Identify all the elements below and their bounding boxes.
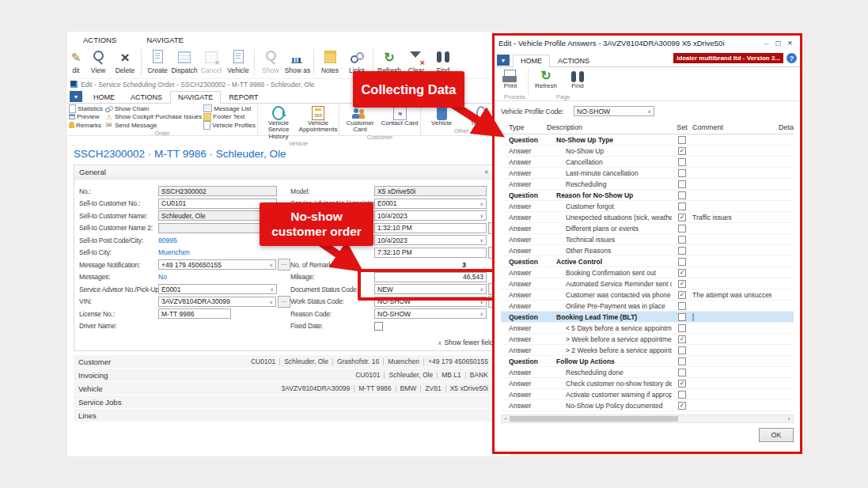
field-input[interactable]: M-TT 9986 xyxy=(158,308,231,319)
overlay-tab-actions[interactable]: ACTIONS xyxy=(550,55,597,66)
scroll-right-icon[interactable]: › xyxy=(785,416,793,422)
toolbar-create[interactable]: Create xyxy=(144,48,171,74)
ribbon-item-message-list[interactable]: Message List xyxy=(203,104,256,113)
set-checkbox[interactable] xyxy=(678,236,686,244)
set-checkbox[interactable] xyxy=(678,169,686,177)
ok-button[interactable]: OK xyxy=(759,428,794,442)
scroll-left-icon[interactable]: ‹ xyxy=(502,416,510,422)
general-header[interactable]: General ∗∧ xyxy=(74,165,503,180)
set-checkbox[interactable] xyxy=(678,335,686,343)
table-row[interactable]: AnswerCustomer forgot xyxy=(501,201,794,212)
set-checkbox[interactable] xyxy=(678,202,686,210)
gear-icon[interactable]: ∗ xyxy=(483,168,489,176)
set-checkbox[interactable] xyxy=(678,402,686,410)
table-row[interactable]: AnswerLast-minute cancellation xyxy=(501,168,794,179)
ribbon-item-contact-card[interactable]: Contact Card xyxy=(381,104,419,134)
help-icon[interactable]: ? xyxy=(787,53,797,63)
ellipsis-button[interactable]: … xyxy=(278,259,290,270)
ribbon-item-vehicle-profiles[interactable]: Vehicle Profiles xyxy=(203,121,256,130)
set-checkbox[interactable] xyxy=(678,147,686,155)
toolbar-dit[interactable]: dit xyxy=(67,48,85,74)
toolbar-show-as[interactable]: Show as xyxy=(284,48,311,74)
fasttab-service-jobs[interactable]: Service Jobs∨ xyxy=(74,395,504,408)
table-row[interactable]: Answer> Week before a service appointmen… xyxy=(501,334,794,345)
field-link[interactable]: Muenchen xyxy=(158,248,190,256)
table-row[interactable]: AnswerBooking Confirmation sent out xyxy=(501,267,794,278)
tab-actions[interactable]: ACTIONS xyxy=(123,91,170,103)
tab-home[interactable]: HOME xyxy=(85,91,123,103)
comment-input[interactable] xyxy=(692,313,694,321)
field-select[interactable]: E0001∨ xyxy=(374,199,487,209)
field-select[interactable]: 10/4/2023∨ xyxy=(374,210,487,221)
set-checkbox[interactable] xyxy=(678,214,686,221)
minimize-button[interactable]: – xyxy=(760,39,772,47)
set-checkbox[interactable] xyxy=(678,313,686,321)
field-link[interactable]: No xyxy=(158,273,167,281)
ribbon-item-send-message[interactable]: Send Message xyxy=(104,121,202,130)
toolbar-notes[interactable]: Notes xyxy=(316,48,343,74)
toolbar-vehicle[interactable]: Vehicle xyxy=(225,48,252,74)
toolbar-dispatch[interactable]: Dispatch xyxy=(171,48,198,74)
table-row[interactable]: AnswerOther Reasons xyxy=(501,245,794,256)
ribbon-item-statistics[interactable]: Statistics xyxy=(69,104,103,113)
set-checkbox[interactable] xyxy=(678,291,686,299)
ribbon-item-footer-text[interactable]: Footer Text xyxy=(203,113,256,122)
ellipsis-button[interactable]: … xyxy=(278,296,290,308)
ribbon-item-customer-card[interactable]: Customer Card xyxy=(341,104,379,134)
ribbon-item-preview[interactable]: Preview xyxy=(69,113,103,122)
show-fewer-fields-link[interactable]: ∧Show fewer fields xyxy=(74,339,497,346)
tab-navigate[interactable]: NAVIGATE xyxy=(170,91,221,104)
set-checkbox[interactable] xyxy=(678,136,686,144)
fasttab-lines[interactable]: Lines∨ xyxy=(74,409,504,422)
overlay-ribbon-menu-button[interactable]: ▼ xyxy=(497,55,510,66)
fasttab-customer[interactable]: CustomerCU0101Schleuder, OleGrashofstr. … xyxy=(74,355,504,368)
table-row[interactable]: QuestionBooking Lead Time (BLT) xyxy=(501,312,794,323)
set-checkbox[interactable] xyxy=(678,391,686,399)
table-row[interactable]: AnswerNo-Show Up Policy documented xyxy=(501,400,794,411)
set-checkbox[interactable] xyxy=(678,191,686,199)
table-row[interactable]: AnswerAutomated Service Reminder sent ou… xyxy=(501,278,794,289)
menu-tab-actions[interactable]: ACTIONS xyxy=(83,36,116,44)
field-select[interactable]: +49 179 450650155∨ xyxy=(158,259,276,270)
set-checkbox[interactable] xyxy=(678,258,686,266)
table-row[interactable]: AnswerRescheduling done xyxy=(501,367,794,378)
ribbon-item-show-chain[interactable]: Show Chain xyxy=(104,104,202,113)
table-row[interactable]: AnswerCheck customer no-show history det… xyxy=(501,378,794,389)
set-checkbox[interactable] xyxy=(678,324,686,332)
set-checkbox[interactable] xyxy=(678,158,686,166)
maximize-button[interactable]: □ xyxy=(772,39,784,47)
set-checkbox[interactable] xyxy=(678,380,686,388)
table-row[interactable]: AnswerRescheduling xyxy=(501,179,794,190)
table-row[interactable]: AnswerOnline Pre-Payment was in place xyxy=(501,301,794,312)
table-row[interactable]: Answer> 2 Weeks before a service appoint… xyxy=(501,345,794,356)
set-checkbox[interactable] xyxy=(678,369,686,376)
field-select[interactable]: 10/4/2023∨ xyxy=(374,235,487,245)
ribbon-item-vehicle[interactable]: Vehicle xyxy=(423,104,461,127)
ribbon-item-show-cockpit-purchase-issues[interactable]: Show Cockpit Purchase Issues xyxy=(104,113,202,122)
toolbar-view[interactable]: View xyxy=(85,48,112,74)
field-input[interactable]: 1:32:10 PM xyxy=(374,223,487,233)
table-row[interactable]: QuestionFollow Up Actions xyxy=(501,356,794,367)
field-select[interactable]: NO-SHOW∨ xyxy=(374,308,487,319)
set-checkbox[interactable] xyxy=(678,269,686,277)
set-checkbox[interactable] xyxy=(678,180,686,188)
table-row[interactable]: QuestionActive Control xyxy=(501,256,794,267)
close-button[interactable]: × xyxy=(784,39,796,47)
table-row[interactable]: Answer< 5 Days before a service appointm… xyxy=(501,323,794,334)
table-row[interactable]: AnswerActivate customer warning if appro… xyxy=(501,389,794,400)
table-row[interactable]: AnswerUnexpected situations (sick, weath… xyxy=(501,212,794,223)
tab-report[interactable]: REPORT xyxy=(221,91,266,103)
set-checkbox[interactable] xyxy=(678,225,686,233)
fasttab-vehicle[interactable]: Vehicle3AVZV8104DRA30099M-TT 9986BMWZV81… xyxy=(74,382,504,395)
table-row[interactable]: QuestionNo-Show Up Type xyxy=(501,134,794,146)
set-checkbox[interactable] xyxy=(678,302,686,310)
field-link[interactable]: 80995 xyxy=(158,236,177,244)
overlay-tab-home[interactable]: HOME xyxy=(513,55,550,67)
table-row[interactable]: AnswerTechnical issues xyxy=(501,234,794,245)
field-checkbox[interactable] xyxy=(374,322,383,331)
vehicle-profile-code-select[interactable]: NO-SHOW ∨ xyxy=(574,106,654,116)
table-row[interactable]: AnswerCustomer was contacted via phoneTh… xyxy=(501,289,794,301)
field-select[interactable]: E0001∨ xyxy=(158,284,277,294)
field-select[interactable]: 3AVZV8104DRA30099∨ xyxy=(158,297,276,307)
table-row[interactable]: AnswerCancellation xyxy=(501,157,794,168)
